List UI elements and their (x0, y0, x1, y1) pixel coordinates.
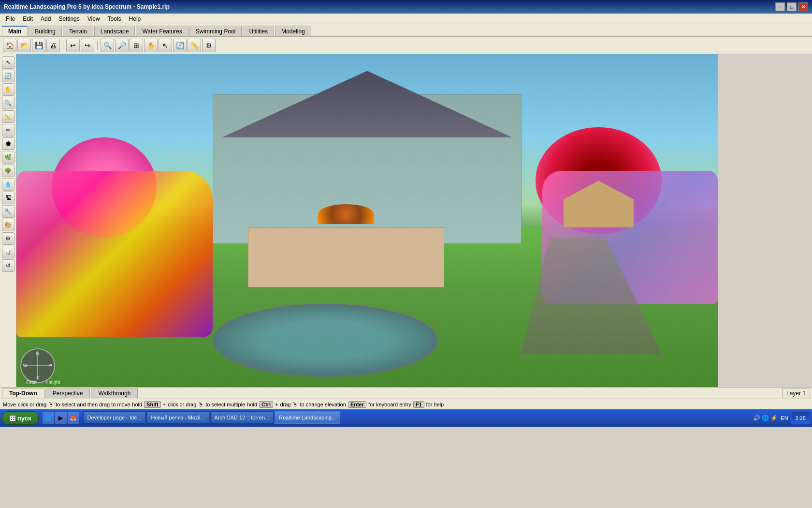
quicklaunch-firefox[interactable]: 🦊 (68, 412, 79, 424)
status-icon-3: 🖱 (292, 402, 298, 407)
tool-fit[interactable]: ⊞ (130, 39, 143, 52)
taskbar-item-0[interactable]: Developer page - Ide... (83, 411, 146, 424)
tab-landscape[interactable]: Landscape (94, 26, 135, 36)
sidebar-tool-pointer[interactable]: ↖ (2, 56, 14, 69)
tool-undo[interactable]: ↩ (66, 39, 80, 52)
status-drag: drag (280, 402, 290, 407)
flowers-left (16, 171, 213, 337)
menu-file[interactable]: File (2, 15, 19, 23)
taskbar-items: Developer page - Ide... Новый релиз - Mo… (83, 411, 751, 425)
sidebar-tool-structure[interactable]: 🏗 (2, 192, 14, 204)
sidebar-tool-chart[interactable]: 📊 (2, 246, 14, 258)
toolbar-separator-2 (97, 41, 98, 50)
sidebar-tool-measure[interactable]: 📐 (2, 110, 14, 123)
taskbar-item-1[interactable]: Новый релиз - Mozil... (146, 411, 209, 424)
status-click-drag2: click or drag (168, 402, 196, 407)
layer-indicator[interactable]: Layer 1 (782, 388, 810, 398)
sidebar-tool-undo[interactable]: ↺ (2, 259, 14, 272)
menu-settings[interactable]: Settings (55, 15, 83, 23)
status-hold: hold (132, 402, 142, 407)
key-shift: Shift (144, 401, 160, 408)
maximize-button[interactable]: □ (787, 2, 797, 11)
sidebar-tool-rotate[interactable]: 🔄 (2, 70, 14, 82)
key-ctrl: Ctrl (259, 401, 273, 408)
clock-time: 2:26 (796, 415, 806, 421)
tab-main[interactable]: Main (2, 26, 28, 36)
status-select: to select and then drag to move (56, 402, 130, 407)
sidebar-tool-edit[interactable]: 🔧 (2, 205, 14, 218)
sidebar-tool-water[interactable]: 💧 (2, 178, 14, 191)
tab-building[interactable]: Building (29, 26, 62, 36)
tool-rotate[interactable]: 🔄 (173, 39, 187, 52)
menu-view[interactable]: View (84, 15, 104, 23)
titlebar: Realtime Landscaping Pro 5 by Idea Spect… (0, 0, 812, 14)
status-elevation: to change elevation (300, 402, 346, 407)
quicklaunch-ie[interactable]: 🌐 (43, 412, 54, 424)
tab-walkthrough[interactable]: Walkthrough (91, 388, 138, 398)
status-plus1: + (163, 402, 166, 407)
tool-save[interactable]: 💾 (32, 39, 45, 52)
toolbar: 🏠 📂 💾 🖨 ↩ ↪ 🔍 🔎 ⊞ ✋ ↖ 🔄 📏 ⚙ (0, 37, 812, 54)
tab-water-features[interactable]: Water Features (136, 26, 188, 36)
sidebar-tool-shape[interactable]: ⬟ (2, 137, 14, 150)
tab-terrain[interactable]: Terrain (63, 26, 93, 36)
tab-swimming-pool[interactable]: Swimming Pool (189, 26, 242, 36)
sidebar-tool-draw[interactable]: ✏ (2, 124, 14, 136)
taskbar-item-3[interactable]: Realtime Landscaping... (275, 411, 340, 424)
menu-add[interactable]: Add (37, 15, 55, 23)
deck (248, 227, 444, 287)
status-move: Move (3, 402, 16, 407)
status-plus2: + (275, 402, 278, 407)
menu-help[interactable]: Help (125, 15, 145, 23)
viewport[interactable]: N S W E Orbit Height (16, 54, 718, 387)
right-panel (718, 54, 812, 387)
umbrella (318, 204, 374, 224)
tab-perspective[interactable]: Perspective (45, 388, 90, 398)
tab-topdown[interactable]: Top-Down (2, 388, 44, 398)
tool-zoom-out[interactable]: 🔎 (115, 39, 129, 52)
sidebar-tool-settings[interactable]: ⚙ (2, 232, 14, 245)
tool-select[interactable]: ↖ (159, 39, 172, 52)
tool-measure[interactable]: 📏 (188, 39, 201, 52)
bottom-tabs: Top-Down Perspective Walkthrough Layer 1 (0, 387, 812, 399)
status-hold2: hold (247, 402, 257, 407)
sidebar-tool-hand[interactable]: ✋ (2, 83, 14, 96)
quick-launch: 🌐 ▶ 🦊 (43, 412, 79, 424)
status-help: for help (426, 402, 444, 407)
sidebar-tool-plant[interactable]: 🌿 (2, 151, 14, 164)
menu-edit[interactable]: Edit (19, 15, 37, 23)
start-button[interactable]: ⊞ пуск (2, 411, 39, 425)
tabbar: Main Building Terrain Landscape Water Fe… (0, 24, 812, 37)
menu-tools[interactable]: Tools (104, 15, 125, 23)
close-button[interactable]: ✕ (798, 2, 808, 11)
language-indicator: EN (781, 415, 788, 421)
key-enter: Enter (348, 401, 366, 408)
tool-redo[interactable]: ↪ (81, 39, 94, 52)
nav-labels: Orbit Height (26, 380, 60, 385)
tool-pan[interactable]: ✋ (144, 39, 158, 52)
minimize-button[interactable]: ─ (775, 2, 785, 11)
tab-utilities[interactable]: Utilities (243, 26, 274, 36)
tool-settings[interactable]: ⚙ (202, 39, 216, 52)
window-title: Realtime Landscaping Pro 5 by Idea Spect… (4, 3, 170, 10)
taskbar: ⊞ пуск 🌐 ▶ 🦊 Developer page - Ide... Нов… (0, 409, 812, 427)
tab-modeling[interactable]: Modeling (275, 26, 311, 36)
tool-open[interactable]: 📂 (17, 39, 31, 52)
key-f1: F1 (413, 401, 424, 408)
taskbar-item-2[interactable]: ArchiCAD 12 :: torren... (210, 411, 274, 424)
scene-container: N S W E Orbit Height (16, 54, 718, 387)
tool-print[interactable]: 🖨 (46, 39, 60, 52)
height-label: Height (46, 380, 60, 385)
quicklaunch-media[interactable]: ▶ (55, 412, 67, 424)
status-keyboard: for keyboard entry (368, 402, 411, 407)
sidebar-tool-tree[interactable]: 🌳 (2, 164, 14, 177)
status-icon-2: 🖱 (198, 402, 203, 407)
sidebar-tool-paint[interactable]: 🎨 (2, 219, 14, 231)
tool-zoom-in[interactable]: 🔍 (101, 39, 114, 52)
status-click-drag: click or drag (18, 402, 46, 407)
status-multi: to select multiple (205, 402, 245, 407)
taskbar-right: 🔊 🌐 ⚡ EN 2:26 (753, 412, 810, 424)
start-label: пуск (17, 415, 31, 422)
tool-new[interactable]: 🏠 (3, 39, 16, 52)
sidebar-tool-zoom[interactable]: 🔍 (2, 97, 14, 109)
